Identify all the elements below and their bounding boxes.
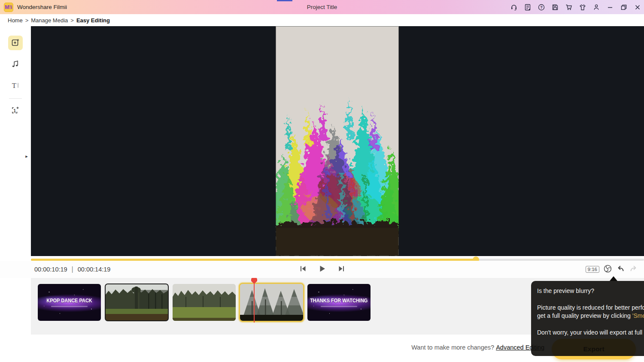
preview-tools: 9:16 — [586, 261, 638, 278]
redo-button[interactable] — [629, 264, 638, 275]
headset-icon — [510, 3, 518, 11]
preview-quality-button[interactable] — [603, 264, 612, 275]
breadcrumb-manage-media[interactable]: Manage Media — [31, 17, 68, 24]
breadcrumb-separator: > — [25, 17, 29, 24]
account-button[interactable] — [592, 3, 600, 11]
save-button[interactable] — [551, 3, 559, 11]
redo-icon — [629, 264, 638, 275]
aspect-ratio-button[interactable]: 9:16 — [586, 266, 599, 273]
clip-thumbnail-4-selected[interactable] — [240, 284, 303, 321]
sidebar-divider — [9, 98, 22, 99]
forest-thumbnail — [173, 284, 236, 321]
preview-quality-tooltip: Is the preview blurry? Picture quality i… — [531, 281, 644, 356]
support-button[interactable] — [510, 3, 518, 11]
svg-text:T: T — [12, 81, 17, 89]
undo-button[interactable] — [616, 264, 625, 275]
themes-button[interactable] — [578, 3, 586, 11]
store-button[interactable] — [565, 3, 573, 11]
text-icon: T — [11, 81, 20, 91]
next-frame-button[interactable] — [337, 265, 346, 274]
previous-frame-button[interactable] — [299, 265, 307, 274]
footer-prompt-text: Want to make more changes? — [411, 344, 496, 351]
previous-frame-icon — [299, 265, 307, 274]
tooltip-body-line2: get a full quality preview by clicking '… — [537, 312, 644, 320]
forest-thumbnail — [105, 284, 168, 321]
tooltip-body-line3: Don't worry, your video will export at f… — [537, 329, 644, 337]
close-icon — [634, 3, 641, 11]
clip-title-text: THANKS FOR WATCHING — [310, 298, 368, 304]
undo-icon — [616, 264, 625, 275]
restore-button[interactable] — [620, 3, 628, 11]
tooltip-title: Is the preview blurry? — [537, 287, 644, 295]
titlebar: M!i Wondershare Filmii Project Title ? — [0, 0, 644, 14]
tooltip-arrow — [610, 276, 617, 281]
sidebar-item-text[interactable]: T — [8, 78, 23, 93]
save-icon — [551, 3, 559, 11]
app-name: Wondershare Filmii — [17, 4, 67, 10]
psychedelic-forest-frame — [276, 26, 399, 256]
feedback-button[interactable] — [523, 3, 532, 11]
cart-icon — [565, 3, 573, 11]
titlebar-actions: ? — [510, 0, 641, 14]
add-media-icon — [11, 38, 20, 48]
restore-icon — [620, 3, 628, 11]
footer-prompt: Want to make more changes? Advanced Edit… — [411, 344, 544, 351]
tooltip-smooth-link[interactable]: 'Smoo — [632, 312, 644, 319]
clip-title-text: KPOP DANCE PACK — [46, 298, 92, 304]
clip-thumbnail-1[interactable]: KPOP DANCE PACK — [38, 284, 101, 321]
breadcrumb: Home > Manage Media > Easy Editing — [0, 14, 644, 26]
video-preview — [276, 26, 399, 256]
play-button[interactable] — [318, 265, 326, 274]
close-button[interactable] — [633, 3, 641, 11]
svg-text:?: ? — [540, 5, 543, 9]
svg-text:1: 1 — [13, 108, 16, 113]
next-frame-icon — [337, 265, 346, 274]
minimize-icon — [606, 3, 614, 11]
tooltip-body-line2-text: get a full quality preview by clicking — [537, 312, 632, 319]
help-button[interactable]: ? — [537, 3, 545, 11]
tooltip-body-line1: Picture quality is reduced for better pe… — [537, 304, 644, 312]
minimize-button[interactable] — [606, 3, 614, 11]
clip-thumbnail-5[interactable]: THANKS FOR WATCHING — [307, 284, 371, 321]
help-icon: ? — [538, 3, 545, 11]
preview-quality-icon — [603, 264, 612, 275]
clip-thumbnail-3[interactable] — [173, 284, 236, 321]
titlebar-accent-strip — [277, 0, 292, 1]
clip-subtitle-line — [321, 306, 357, 307]
account-icon — [592, 3, 600, 11]
preview-area[interactable] — [31, 26, 644, 256]
app-logo: M!i — [4, 3, 13, 12]
sidebar-item-music[interactable] — [8, 57, 23, 72]
clip-thumbnails: KPOP DANCE PACK — [38, 284, 371, 321]
app-window: M!i Wondershare Filmii Project Title ? H… — [0, 0, 644, 362]
breadcrumb-easy-editing: Easy Editing — [76, 17, 110, 24]
transport-controls — [0, 261, 644, 278]
play-icon — [318, 265, 326, 274]
feedback-note-icon — [524, 3, 532, 11]
playback-controls: 00:00:10:19 | 00:00:14:19 9:16 — [0, 261, 644, 278]
music-icon — [11, 59, 20, 70]
sidebar-expand-arrow[interactable]: ▸ — [24, 153, 30, 160]
clip-thumbnail-2[interactable] — [105, 284, 168, 321]
breadcrumb-home[interactable]: Home — [8, 17, 23, 24]
misty-forest-thumbnail — [240, 284, 303, 321]
timeline-playhead[interactable] — [254, 278, 255, 323]
timeline-playhead-handle[interactable] — [251, 278, 257, 284]
breadcrumb-separator: > — [70, 17, 74, 24]
sidebar: T 1 ▸ — [0, 26, 31, 335]
sidebar-item-sticker[interactable]: 1 — [8, 103, 23, 118]
sticker-icon: 1 — [11, 106, 20, 116]
app-logo-text: M!i — [5, 4, 12, 10]
sidebar-item-media[interactable] — [8, 36, 23, 50]
shirt-icon — [579, 3, 586, 11]
clip-subtitle-line — [51, 306, 88, 307]
